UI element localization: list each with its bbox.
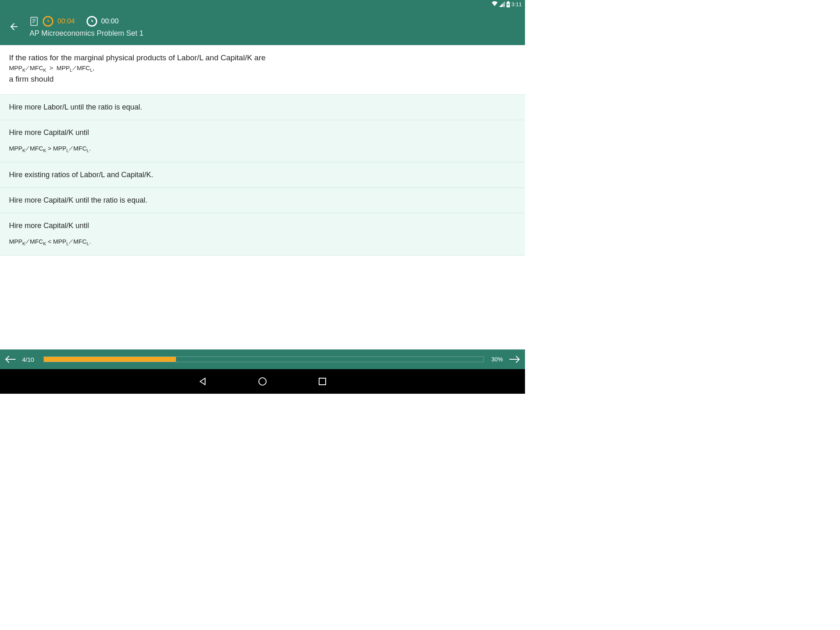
question-line1: If the ratios for the marginal physical …: [9, 52, 516, 63]
answer-option-5[interactable]: Hire more Capital/K untilMPPK ∕ MFCK<MPP…: [0, 213, 525, 256]
document-icon: [30, 17, 39, 26]
svg-rect-1: [507, 1, 509, 2]
android-recents-button[interactable]: [317, 376, 328, 387]
square-recents-icon: [318, 377, 326, 386]
svg-rect-2: [31, 17, 37, 25]
question-line2: a firm should: [9, 74, 516, 84]
option-formula: MPPK ∕ MFCK<MPPL ∕ MFCL.: [9, 237, 516, 248]
android-back-button[interactable]: [197, 376, 208, 387]
triangle-back-icon: [198, 377, 207, 386]
app-bar-content: 00:04 00:00 AP Microeconomics Problem Se…: [30, 16, 144, 38]
prev-question-button[interactable]: [4, 353, 17, 366]
arrow-left-icon: [9, 21, 19, 32]
question-formula: MPPK ∕ MFCK > MPPL ∕ MFCL,: [9, 63, 516, 74]
progress-percent: 30%: [489, 356, 503, 363]
circle-home-icon: [258, 377, 267, 386]
page-title: AP Microeconomics Problem Set 1: [30, 29, 144, 38]
progress-fill: [44, 357, 176, 362]
back-button[interactable]: [6, 18, 22, 35]
bottom-bar: 4/10 30%: [0, 349, 525, 369]
svg-point-10: [259, 378, 266, 385]
question-block: If the ratios for the marginal physical …: [0, 45, 525, 95]
arrow-right-icon: [509, 355, 520, 364]
svg-rect-11: [319, 378, 326, 385]
answer-option-2[interactable]: Hire more Capital/K untilMPPK ∕ MFCK>MPP…: [0, 120, 525, 162]
timer-limit: 00:00: [101, 17, 119, 25]
option-text: Hire more Capital/K until the ratio is e…: [9, 195, 516, 205]
battery-icon: [506, 1, 510, 7]
arrow-left-icon: [5, 355, 16, 364]
status-icons: 3:11: [491, 1, 522, 7]
next-question-button[interactable]: [508, 353, 521, 366]
app-bar: 00:04 00:00 AP Microeconomics Problem Se…: [0, 8, 525, 45]
signal-icon: [499, 1, 505, 7]
status-time: 3:11: [511, 1, 522, 7]
answer-option-3[interactable]: Hire existing ratios of Labor/L and Capi…: [0, 162, 525, 188]
clock-yellow-icon: [43, 16, 53, 27]
answer-option-1[interactable]: Hire more Labor/L until the ratio is equ…: [0, 95, 525, 120]
timer-row: 00:04 00:00: [30, 16, 144, 27]
clock-white-icon: [87, 16, 97, 27]
answer-option-4[interactable]: Hire more Capital/K until the ratio is e…: [0, 188, 525, 213]
option-text: Hire more Labor/L until the ratio is equ…: [9, 102, 516, 112]
progress-position: 4/10: [22, 356, 39, 363]
timer-elapsed: 00:04: [57, 17, 75, 25]
wifi-icon: [491, 1, 498, 7]
options-list: Hire more Labor/L until the ratio is equ…: [0, 95, 525, 256]
option-formula: MPPK ∕ MFCK>MPPL ∕ MFCL.: [9, 144, 516, 155]
progress-bar[interactable]: [43, 356, 484, 362]
option-text: Hire more Capital/K until: [9, 128, 516, 138]
option-text: Hire more Capital/K until: [9, 221, 516, 231]
android-home-button[interactable]: [257, 376, 268, 387]
android-nav-bar: [0, 369, 525, 394]
status-bar: 3:11: [0, 0, 525, 8]
option-text: Hire existing ratios of Labor/L and Capi…: [9, 170, 516, 180]
